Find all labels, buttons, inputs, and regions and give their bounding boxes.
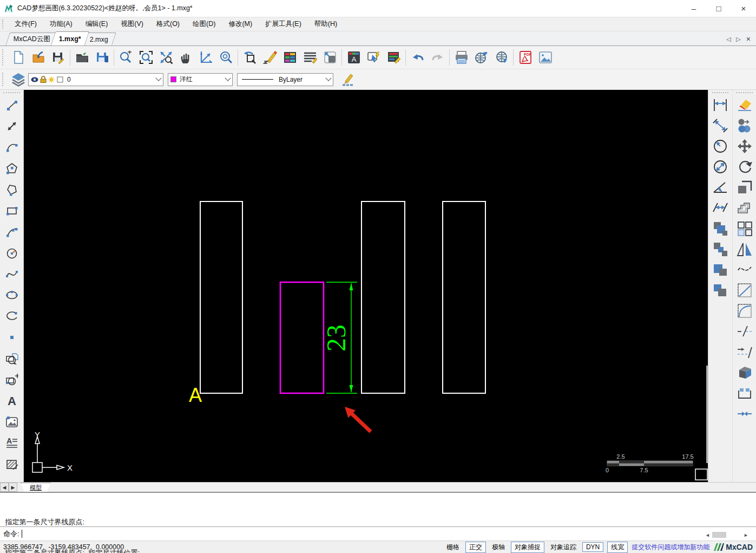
zoom-scale-button[interactable]: [196, 48, 216, 68]
extend-button[interactable]: [735, 342, 754, 362]
layer-manager-button[interactable]: [8, 69, 28, 89]
redo-button[interactable]: [428, 48, 448, 68]
zoom-center-button[interactable]: [216, 48, 236, 68]
circle-tool-button[interactable]: [3, 243, 21, 263]
menu-ext-tools[interactable]: 扩展工具(E): [259, 18, 308, 30]
arc-3pt-tool-button[interactable]: [3, 222, 21, 242]
undo-button[interactable]: [407, 48, 428, 68]
menu-format[interactable]: 格式(O): [150, 18, 186, 30]
menu-modify[interactable]: 修改(M): [222, 18, 259, 30]
menu-file[interactable]: 文件(F): [8, 18, 43, 30]
dim-angular-button[interactable]: [711, 178, 730, 197]
draw-order-button[interactable]: [260, 48, 280, 68]
join-button[interactable]: [735, 404, 754, 424]
model-tab[interactable]: 模型: [21, 483, 51, 492]
tab-scroll-right-button[interactable]: ▷: [736, 36, 740, 43]
chamfer-button[interactable]: [735, 281, 754, 300]
drawing-canvas[interactable]: 23 A Y X 2.5 17.5: [24, 90, 708, 482]
xline-tool-button[interactable]: [3, 116, 21, 136]
mirror-button[interactable]: [735, 239, 754, 259]
linetype-manager-button[interactable]: [300, 48, 320, 68]
layer-select[interactable]: 0: [28, 73, 163, 86]
minimize-button[interactable]: –: [681, 0, 706, 17]
match-properties-button[interactable]: [384, 48, 404, 68]
stretch-button[interactable]: [735, 178, 754, 197]
print-button[interactable]: [451, 48, 471, 68]
arc-tool-button[interactable]: [3, 138, 21, 157]
linetype-select[interactable]: ByLayer: [237, 73, 333, 86]
open-drawing-button[interactable]: [28, 48, 48, 68]
spline-tool-button[interactable]: [3, 264, 21, 284]
create-block-button[interactable]: [3, 370, 21, 389]
tab-close-button[interactable]: ×: [746, 35, 751, 43]
box-3d-button[interactable]: [735, 363, 754, 382]
menu-edit[interactable]: 编辑(E): [79, 18, 115, 30]
model-next-button[interactable]: ▶: [9, 483, 17, 492]
mtext-tool-button[interactable]: A: [3, 433, 21, 453]
tab-scroll-left-button[interactable]: ◁: [726, 36, 731, 43]
fillet-button[interactable]: [735, 301, 754, 321]
tab-mxcad-cloud[interactable]: MxCAD云图: [5, 32, 58, 45]
canvas-scroll-indicator[interactable]: [707, 366, 708, 463]
point-tool-button[interactable]: [3, 328, 21, 347]
zoom-window-button[interactable]: [136, 48, 156, 68]
rotate-button[interactable]: [735, 157, 754, 177]
publish-web-button[interactable]: [471, 48, 491, 68]
break-button[interactable]: [735, 383, 754, 403]
maximize-button[interactable]: □: [706, 0, 731, 17]
entity-rect-1[interactable]: [200, 201, 242, 393]
zoom-extents-button[interactable]: [156, 48, 176, 68]
copy-array-1-button[interactable]: [711, 219, 730, 238]
command-input[interactable]: 命令: ◄ ►: [0, 526, 756, 541]
ellipse-arc-tool-button[interactable]: [3, 307, 21, 326]
text-tool-button[interactable]: A: [3, 391, 21, 411]
linewidth-pencil-button[interactable]: [338, 69, 358, 89]
dim-aligned-button[interactable]: [711, 116, 730, 135]
pan-button[interactable]: [176, 48, 196, 68]
entity-rect-3[interactable]: [443, 201, 485, 393]
save-as-button[interactable]: [92, 48, 112, 68]
dim-diameter-button[interactable]: [711, 157, 730, 177]
text-style-button[interactable]: A: [344, 48, 364, 68]
close-button[interactable]: ×: [731, 0, 756, 17]
new-file-button[interactable]: [8, 48, 28, 68]
export-pdf-button[interactable]: PDF: [515, 48, 535, 68]
dimension[interactable]: 23: [321, 282, 357, 393]
selected-rect[interactable]: [280, 282, 324, 393]
export-image-button[interactable]: [535, 48, 555, 68]
dim-linear-button[interactable]: [711, 95, 730, 115]
menu-function[interactable]: 功能(A): [43, 18, 79, 30]
move-button[interactable]: [735, 136, 754, 156]
menu-draw[interactable]: 绘图(D): [186, 18, 222, 30]
tab-1mxg[interactable]: 1.mxg*: [51, 31, 89, 45]
color-select[interactable]: 洋红: [168, 73, 233, 86]
model-prev-button[interactable]: ◀: [0, 483, 9, 492]
erase-button[interactable]: [735, 95, 754, 115]
zoom-previous-button[interactable]: [240, 48, 260, 68]
copy-array-3-button[interactable]: [711, 260, 730, 279]
rectangle-tool-button[interactable]: [3, 201, 21, 220]
open-web-button[interactable]: [491, 48, 511, 68]
entity-rect-2[interactable]: [361, 201, 405, 393]
command-hscrollbar[interactable]: ◄ ►: [705, 531, 755, 539]
array-button[interactable]: [735, 219, 754, 238]
insert-block-button[interactable]: [3, 349, 21, 368]
ellipse-tool-button[interactable]: [3, 285, 21, 305]
open-folder-button[interactable]: [72, 48, 92, 68]
zoom-in-out-button[interactable]: [116, 48, 136, 68]
save-button[interactable]: [48, 48, 68, 68]
polyline-tool-button[interactable]: [3, 180, 21, 199]
quick-select-button[interactable]: [364, 48, 384, 68]
offset-button[interactable]: [735, 198, 754, 218]
color-table-button[interactable]: [280, 48, 300, 68]
dim-radius-button[interactable]: [711, 136, 730, 156]
trim-button[interactable]: [735, 322, 754, 341]
scroll-right-arrow[interactable]: ►: [744, 532, 748, 538]
hatch-tool-button[interactable]: [3, 454, 21, 474]
spline-edit-button[interactable]: [735, 260, 754, 279]
dim-continue-button[interactable]: [711, 198, 730, 218]
menu-view[interactable]: 视图(V): [114, 18, 150, 30]
image-tool-button[interactable]: [3, 412, 21, 432]
scroll-thumb[interactable]: [712, 532, 726, 538]
copy-array-2-button[interactable]: [711, 239, 730, 259]
